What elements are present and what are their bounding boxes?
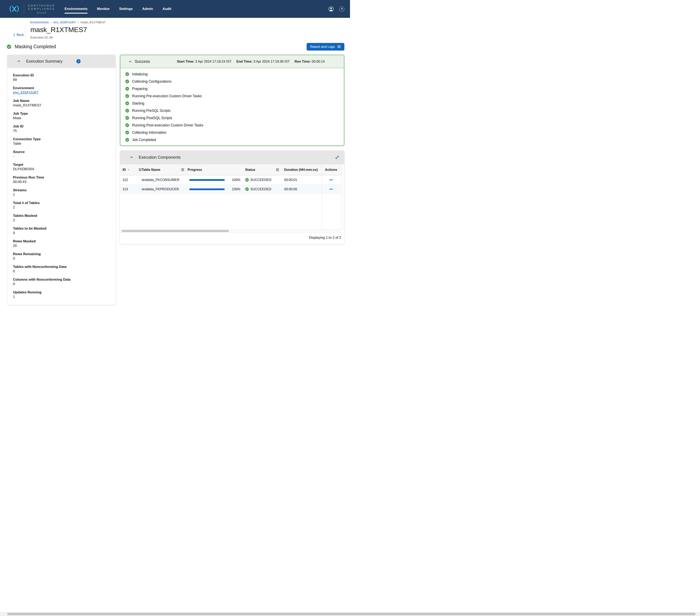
- step-job-completed: Job Completed: [125, 136, 344, 144]
- status-row: Masking Completed Report and Logs: [0, 42, 350, 51]
- progress-bar: [189, 179, 225, 181]
- help-icon[interactable]: ?: [339, 7, 344, 12]
- sort-ascending-icon[interactable]: [128, 168, 129, 171]
- back-button[interactable]: Back: [13, 30, 26, 39]
- execution-summary-header: Execution Summary i: [7, 55, 116, 68]
- execution-summary-title: Execution Summary: [26, 59, 62, 64]
- field-streams: Streams 1: [13, 188, 110, 197]
- step-starting: Starting: [125, 100, 344, 107]
- brand-line-2: COMPLIANCE: [28, 7, 55, 11]
- table-horizontal-scrollbar-thumb[interactable]: [122, 230, 229, 232]
- menu-icon: [337, 45, 341, 48]
- expand-icon[interactable]: [335, 155, 339, 160]
- step-check-icon: [125, 87, 129, 91]
- page-title: mask_R1XTMES7: [30, 25, 87, 34]
- row-actions-menu[interactable]: •••: [329, 187, 333, 191]
- col-header-actions: Actions: [325, 168, 337, 171]
- execution-id-subtitle: Execution ID: 69: [30, 36, 87, 39]
- field-tables-nonconforming: Tables with Nonconforming Data 0: [13, 264, 110, 273]
- table-row-113[interactable]: 113 testdata_FKPRODUCER 100% SUCCEEDED 0…: [120, 185, 344, 194]
- step-check-icon: [125, 116, 129, 120]
- collapse-chevron-icon[interactable]: [17, 59, 21, 63]
- brand-line-1: CONTINUOUS: [28, 4, 55, 7]
- breadcrumb-environment[interactable]: env_4SSFUUR7: [53, 21, 76, 24]
- breadcrumb-environments[interactable]: Environments: [30, 21, 49, 24]
- field-target: Target DLPXDBORA: [13, 162, 110, 171]
- col-header-status[interactable]: Status: [245, 168, 255, 172]
- progress-bar: [189, 188, 225, 190]
- field-job-type: Job Type Mask: [13, 111, 110, 120]
- cell-duration: 00:00:01: [284, 178, 297, 182]
- breadcrumb-separator: ›: [76, 21, 80, 24]
- field-tables-to-be-masked: Tables to be Masked 0: [13, 226, 110, 235]
- step-check-icon: [125, 138, 129, 142]
- report-and-logs-label: Report and Logs: [310, 45, 335, 49]
- brand-version: 22.0.0.0: [37, 12, 46, 14]
- col-header-duration[interactable]: Duration (HH:mm:ss): [284, 168, 318, 171]
- step-check-icon: [125, 79, 129, 84]
- user-profile-icon[interactable]: [328, 7, 334, 12]
- field-columns-nonconforming: Columns with Nonconforming Data 0: [13, 278, 110, 286]
- success-check-icon: [7, 45, 11, 49]
- column-menu-icon[interactable]: [139, 168, 142, 171]
- run-time-label: Run Time:: [295, 60, 311, 63]
- step-check-icon: [125, 72, 129, 76]
- success-panel: Success Start Time: 3 Apr 2024 17:18:24 …: [120, 55, 344, 146]
- collapse-chevron-icon[interactable]: [130, 156, 133, 159]
- column-menu-icon[interactable]: [276, 168, 279, 171]
- job-steps-list: Initializing Collecting Configurations P…: [120, 68, 344, 146]
- start-time-label: Start Time:: [177, 60, 195, 63]
- field-job-name: Job Name mask_R1XTMES7: [13, 99, 110, 107]
- cell-id: 113: [123, 187, 128, 191]
- field-environment: Environment env_4SSFUUR7: [13, 86, 110, 95]
- table-horizontal-scrollbar-track[interactable]: [120, 229, 341, 233]
- step-collecting-configurations: Collecting Configurations: [125, 78, 344, 85]
- col-header-table-name[interactable]: Table Name: [142, 168, 160, 172]
- execution-components-card: Execution Components ID: [120, 150, 344, 244]
- field-tables-masked: Tables Masked 2: [13, 213, 110, 222]
- step-check-icon: [125, 131, 129, 135]
- info-icon[interactable]: i: [76, 59, 80, 63]
- right-column: Success Start Time: 3 Apr 2024 17:18:24 …: [120, 55, 344, 244]
- nav-item-admin[interactable]: Admin: [142, 7, 153, 11]
- delphix-logo-icon: [8, 5, 20, 13]
- nav-item-environments[interactable]: Environments: [65, 7, 88, 11]
- column-menu-icon[interactable]: [181, 168, 184, 171]
- top-navbar: CONTINUOUS COMPLIANCE 22.0.0.0 Environme…: [0, 0, 350, 18]
- succeeded-check-icon: [245, 187, 249, 191]
- vertical-scrollbar-track[interactable]: [341, 164, 344, 229]
- step-check-icon: [125, 101, 129, 106]
- collapse-chevron-icon[interactable]: [128, 60, 132, 63]
- table-row-112[interactable]: 112 testdata_FKCONSUMER 100% SUCCEEDED 0…: [120, 175, 344, 185]
- cell-table-name: testdata_FKCONSUMER: [142, 178, 179, 182]
- succeeded-check-icon: [245, 178, 249, 182]
- nav-item-monitor[interactable]: Monitor: [97, 7, 110, 11]
- row-actions-menu[interactable]: •••: [329, 178, 333, 182]
- field-connection-type: Connection Type Table: [13, 137, 110, 146]
- step-check-icon: [125, 109, 129, 113]
- breadcrumb: Environments›env_4SSFUUR7›mask_R1XTMES7: [30, 20, 350, 24]
- environment-link[interactable]: env_4SSFUUR7: [13, 90, 38, 95]
- step-collecting-information: Collecting Information: [125, 129, 344, 136]
- nav-item-audit[interactable]: Audit: [162, 7, 171, 11]
- col-header-progress[interactable]: Progress: [188, 168, 202, 172]
- actions-column-divider: [322, 164, 322, 229]
- report-and-logs-button[interactable]: Report and Logs: [307, 43, 344, 50]
- col-header-id[interactable]: ID: [123, 168, 126, 172]
- end-time-label: End Time:: [236, 60, 252, 63]
- execution-components-title: Execution Components: [139, 155, 181, 160]
- cell-duration: 00:00:00: [284, 187, 297, 191]
- navbar-right: ?: [328, 7, 344, 12]
- step-initializing: Initializing: [125, 71, 344, 78]
- cell-id: 112: [123, 178, 128, 182]
- field-rows-remaining: Rows Remaining 0: [13, 252, 110, 261]
- start-time-value: 3 Apr 2024 17:18:24 IST: [195, 60, 232, 63]
- main-nav: Environments Monitor Settings Admin Audi…: [65, 7, 171, 11]
- masking-status-label: Masking Completed: [15, 44, 56, 49]
- field-updates-running: Updates Running 1: [13, 290, 110, 299]
- back-label: Back: [16, 33, 24, 37]
- status-badge: SUCCEEDED: [250, 178, 272, 182]
- nav-item-settings[interactable]: Settings: [119, 7, 133, 11]
- displaying-count: Displaying 1 to 2 of 2: [309, 236, 341, 240]
- progress-percent: 100%: [231, 178, 240, 182]
